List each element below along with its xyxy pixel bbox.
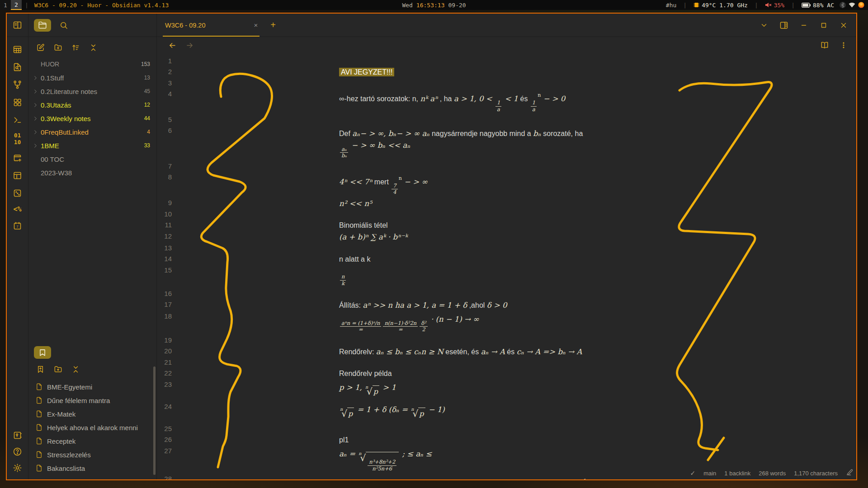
explorer-toolbar bbox=[28, 37, 156, 56]
tab-active[interactable]: W3C6 - 09.20 × bbox=[157, 14, 265, 37]
table-view-icon[interactable] bbox=[12, 44, 23, 55]
settings-gear-icon[interactable] bbox=[12, 462, 23, 473]
minimize-button[interactable] bbox=[799, 21, 808, 30]
item-count: 4 bbox=[143, 129, 150, 135]
battery-module[interactable]: 88% AC bbox=[802, 2, 834, 9]
active-tab-indicator bbox=[163, 36, 259, 37]
editor-line: 25 bbox=[157, 424, 856, 435]
blocks-icon[interactable] bbox=[12, 97, 23, 108]
more-options-icon[interactable] bbox=[838, 40, 849, 51]
new-tab-button[interactable]: + bbox=[265, 14, 281, 37]
item-count: 45 bbox=[141, 88, 150, 94]
line-content: Rendőrelv: aₙ ≤ bₙ ≤ cₙn ≥ N esetén, és … bbox=[339, 346, 787, 358]
line-number: 25 bbox=[157, 424, 172, 432]
git-branch: main bbox=[703, 470, 716, 477]
close-button[interactable] bbox=[839, 21, 848, 30]
new-note-icon[interactable] bbox=[36, 43, 45, 52]
word-count: 268 words bbox=[759, 470, 786, 477]
maximize-button[interactable] bbox=[819, 21, 828, 30]
folder-item[interactable]: 0.3Utazás12 bbox=[28, 98, 156, 112]
card-add-icon[interactable] bbox=[12, 152, 23, 163]
wifi-icon[interactable] bbox=[849, 2, 855, 8]
search-icon[interactable] bbox=[58, 20, 69, 31]
new-bookmark-group-icon[interactable] bbox=[53, 365, 62, 374]
chevron-right-icon bbox=[33, 116, 41, 121]
toggle-left-sidebar-icon[interactable] bbox=[12, 20, 23, 31]
math-run: ; ≤ aₙ ≤ bbox=[400, 450, 432, 458]
forward-arrow-icon[interactable] bbox=[184, 40, 195, 51]
line-number: 18 bbox=[157, 311, 172, 320]
firefox-icon[interactable] bbox=[858, 2, 864, 8]
math-run: a > 1, 0 < bbox=[454, 94, 495, 103]
math-fraction: 74 bbox=[392, 183, 397, 195]
sort-order-icon[interactable] bbox=[71, 43, 80, 52]
sidebar-scrollbar[interactable] bbox=[153, 366, 156, 475]
bookmark-item[interactable]: Dűne félelem mantra bbox=[28, 394, 156, 407]
line-number: 9 bbox=[157, 198, 172, 206]
line-content: Def aₙ− > ∞, bₙ− > ∞ aₙ nagysárrendje na… bbox=[339, 126, 787, 161]
vault-title[interactable]: HUOR153 bbox=[28, 57, 156, 71]
line-content: aⁿn = (1+δ)ⁿ∕n=n(n−1)·δ²2n=δ²2 · (n − 1)… bbox=[339, 311, 787, 335]
bookmark-label: Stresszlezelés bbox=[47, 451, 91, 459]
files-tab-button[interactable] bbox=[34, 19, 51, 32]
bookmark-item[interactable]: Stresszlezelés bbox=[28, 448, 156, 461]
tab-close-icon[interactable]: × bbox=[251, 21, 261, 29]
editor-content[interactable]: 12AVI JEGYZET!!!34∞-hez tartó sorozatok:… bbox=[157, 53, 856, 479]
folder-item[interactable]: 0.3Weekly notes44 bbox=[28, 112, 156, 125]
edit-mode-pencil-icon[interactable] bbox=[846, 469, 854, 478]
collapse-all-icon[interactable] bbox=[89, 43, 98, 52]
volume-module[interactable]: 35% bbox=[765, 2, 784, 9]
workspace-1[interactable]: 1 bbox=[0, 0, 11, 10]
clock-date: 09-20 bbox=[448, 2, 466, 9]
folder-item[interactable]: 0.2Literature notes45 bbox=[28, 84, 156, 98]
item-count: 33 bbox=[141, 142, 150, 149]
graph-fork-icon[interactable] bbox=[12, 79, 23, 90]
line-number: 16 bbox=[157, 289, 172, 297]
folder-item[interactable]: 0.1Stuff13 bbox=[28, 71, 156, 84]
new-folder-icon[interactable] bbox=[53, 43, 62, 52]
item-label: 00 TOC bbox=[41, 155, 64, 163]
line-number: 6 bbox=[157, 126, 172, 134]
bookmarks-tab-button[interactable] bbox=[34, 346, 51, 359]
help-icon[interactable] bbox=[12, 446, 23, 457]
editor-line: 4∞-hez tartó sorozatok: n, nᵏ aⁿ , ha a … bbox=[157, 89, 856, 115]
bookmark-item[interactable]: Receptek bbox=[28, 434, 156, 448]
math-run: ≤ aₙ ≤ bbox=[439, 478, 468, 479]
file-item[interactable]: 2023-W38 bbox=[28, 166, 156, 179]
back-arrow-icon[interactable] bbox=[167, 40, 178, 51]
item-label: 0.3Weekly notes bbox=[41, 115, 91, 122]
folder-item[interactable]: 0FreqButLinked4 bbox=[28, 125, 156, 139]
workspace-2[interactable]: 2 bbox=[11, 0, 22, 10]
item-label: 2023-W38 bbox=[41, 169, 72, 177]
add-bookmark-icon[interactable] bbox=[36, 365, 45, 374]
reading-mode-icon[interactable] bbox=[819, 40, 830, 51]
highlighted-text: AVI JEGYZET!!! bbox=[339, 68, 394, 76]
item-label: 0.2Literature notes bbox=[41, 88, 97, 95]
templater-icon[interactable]: <% bbox=[13, 205, 21, 213]
math-run: bₙ bbox=[533, 129, 541, 138]
keyboard-layout: #hu bbox=[666, 2, 676, 9]
toggle-right-sidebar-icon[interactable] bbox=[779, 21, 788, 30]
bookmark-item[interactable]: Ex-Matek bbox=[28, 407, 156, 421]
bookmark-item[interactable]: Bakancslista bbox=[28, 461, 156, 475]
calendar-week-icon[interactable]: 7 bbox=[12, 220, 23, 231]
collapse-bookmarks-icon[interactable] bbox=[71, 365, 80, 374]
bookmark-item[interactable]: BME-Egyetemi bbox=[28, 380, 156, 394]
folder-item[interactable]: 1BME33 bbox=[28, 139, 156, 152]
dice-icon[interactable] bbox=[12, 188, 23, 198]
binary-plugin-icon[interactable]: 0110 bbox=[14, 132, 21, 145]
backlink-count[interactable]: 1 backlink bbox=[724, 470, 750, 477]
layout-panel-icon[interactable] bbox=[12, 170, 23, 181]
file-search-icon[interactable] bbox=[12, 61, 23, 72]
text-run: Rendőrelv példa bbox=[339, 370, 392, 377]
bookmark-item[interactable]: Helyek ahova el akarok menni bbox=[28, 421, 156, 434]
volume-muted-icon bbox=[765, 2, 772, 8]
file-item[interactable]: 00 TOC bbox=[28, 152, 156, 166]
math-fraction: δ²2 bbox=[420, 320, 428, 333]
editor-line: 24n√p = 1 + δ (δₙ = n√p − 1) bbox=[157, 402, 856, 424]
tab-list-chevron-icon[interactable] bbox=[760, 21, 769, 30]
terminal-icon[interactable] bbox=[12, 114, 23, 125]
editor-line: 15nk bbox=[157, 265, 856, 289]
vault-switcher-icon[interactable] bbox=[12, 430, 23, 441]
bluetooth-icon[interactable] bbox=[840, 2, 846, 8]
